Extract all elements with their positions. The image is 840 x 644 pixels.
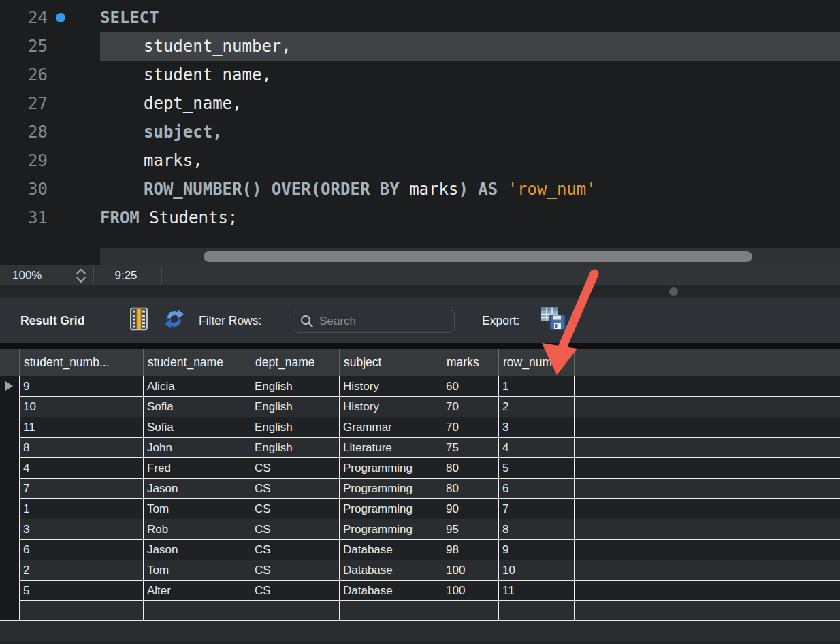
cell[interactable]: 6 (19, 539, 143, 560)
cell[interactable]: Literature (339, 437, 442, 457)
row-gutter[interactable] (0, 519, 19, 539)
cell[interactable] (339, 600, 442, 621)
row-gutter[interactable] (0, 437, 19, 457)
column-header-student-numb-[interactable]: student_numb... (19, 349, 143, 376)
cell[interactable]: 80 (442, 457, 498, 478)
table-row[interactable]: 4FredCSProgramming805 (0, 457, 840, 478)
row-gutter[interactable] (0, 539, 19, 560)
row-gutter[interactable] (0, 396, 19, 417)
code-line[interactable]: 31FROM Students; (0, 204, 840, 232)
filter-search-box[interactable] (293, 310, 455, 333)
cell[interactable]: 2 (19, 560, 143, 580)
cell[interactable]: CS (251, 560, 339, 580)
cell[interactable]: 9 (498, 539, 574, 560)
cell[interactable]: 100 (442, 560, 498, 580)
cell[interactable]: 7 (498, 498, 574, 519)
table-row[interactable]: 9AliciaEnglishHistory601 (0, 376, 840, 396)
cell[interactable] (251, 600, 339, 621)
cell[interactable]: English (251, 396, 339, 417)
cell[interactable]: CS (251, 457, 339, 478)
table-row[interactable]: 11SofiaEnglishGrammar703 (0, 417, 840, 437)
cell[interactable]: CS (251, 478, 339, 498)
cell[interactable]: 11 (19, 417, 143, 437)
cell[interactable]: English (251, 437, 339, 457)
cell[interactable]: 5 (498, 457, 574, 478)
code-line[interactable]: 26student_name, (0, 61, 840, 89)
cell[interactable]: Jason (143, 478, 251, 498)
code-line[interactable]: 27dept_name, (0, 89, 840, 118)
cell[interactable]: 98 (442, 539, 498, 560)
table-row[interactable]: 1TomCSProgramming907 (0, 498, 840, 519)
cell[interactable]: 8 (19, 437, 143, 457)
cell[interactable]: Database (339, 580, 442, 600)
cell[interactable]: Tom (143, 560, 251, 580)
row-gutter[interactable] (0, 560, 19, 580)
cell[interactable]: 10 (19, 396, 143, 417)
cell[interactable]: 100 (442, 580, 498, 600)
cell[interactable]: CS (251, 539, 339, 560)
cell[interactable]: Rob (143, 519, 251, 539)
cell[interactable]: Programming (339, 457, 442, 478)
splitter-handle-icon[interactable] (669, 287, 678, 296)
cell[interactable]: 11 (498, 580, 574, 600)
cell[interactable]: Database (339, 539, 442, 560)
cell[interactable]: History (339, 376, 442, 396)
cell[interactable]: Fred (143, 457, 251, 478)
table-row[interactable]: 8JohnEnglishLiterature754 (0, 437, 840, 457)
row-gutter[interactable] (0, 457, 19, 478)
row-gutter[interactable] (0, 580, 19, 600)
cell[interactable]: 60 (442, 376, 498, 396)
result-grid-view-button[interactable] (130, 308, 148, 334)
cell[interactable]: 5 (19, 580, 143, 600)
cell[interactable] (19, 600, 143, 621)
cell[interactable]: English (251, 417, 339, 437)
row-gutter[interactable] (0, 478, 19, 498)
table-row[interactable]: 6JasonCSDatabase989 (0, 539, 840, 560)
code-line[interactable]: 24SELECT (0, 3, 840, 32)
cell[interactable]: 90 (442, 498, 498, 519)
cell[interactable]: 4 (498, 437, 574, 457)
hscrollbar-thumb[interactable] (204, 251, 752, 262)
refresh-button[interactable] (164, 309, 184, 333)
cell[interactable]: 1 (498, 376, 574, 396)
cell[interactable]: John (143, 437, 251, 457)
panel-splitter[interactable] (0, 285, 840, 298)
search-input[interactable] (319, 315, 442, 328)
cell[interactable]: CS (251, 519, 339, 539)
code-line[interactable]: 28subject, (0, 118, 840, 146)
cell[interactable]: 8 (498, 519, 574, 539)
cell[interactable]: English (251, 376, 339, 396)
column-header-dept-name[interactable]: dept_name (251, 349, 339, 376)
cell[interactable]: History (339, 396, 442, 417)
cell[interactable] (442, 600, 498, 621)
cell[interactable]: 6 (498, 478, 574, 498)
cell[interactable]: 80 (442, 478, 498, 498)
row-gutter[interactable] (0, 417, 19, 437)
sql-editor[interactable]: 24SELECT25student_number,26student_name,… (0, 0, 840, 248)
hscrollbar-track[interactable] (100, 248, 840, 265)
column-header-row-num[interactable]: row_num (498, 349, 574, 376)
cell[interactable]: Tom (143, 498, 251, 519)
table-row[interactable]: 10SofiaEnglishHistory702 (0, 396, 840, 417)
zoom-stepper[interactable] (75, 268, 87, 287)
row-gutter[interactable] (0, 498, 19, 519)
cell[interactable]: 70 (442, 396, 498, 417)
code-line[interactable]: 29marks, (0, 146, 840, 175)
cell[interactable]: 95 (442, 519, 498, 539)
cell[interactable]: Sofia (143, 417, 251, 437)
statement-marker-dot-icon[interactable] (56, 13, 65, 22)
cell[interactable]: Programming (339, 498, 442, 519)
code-line[interactable]: 30ROW_NUMBER() OVER(ORDER BY marks) AS '… (0, 175, 840, 204)
cell[interactable]: 4 (19, 457, 143, 478)
cell[interactable]: Sofia (143, 396, 251, 417)
code-line[interactable]: 25student_number, (0, 32, 840, 61)
cell[interactable]: 70 (442, 417, 498, 437)
cell[interactable]: Grammar (339, 417, 442, 437)
cell[interactable]: 3 (498, 417, 574, 437)
cell[interactable]: CS (251, 498, 339, 519)
column-header-marks[interactable]: marks (442, 349, 498, 376)
cell[interactable]: Database (339, 560, 442, 580)
cell[interactable]: 9 (19, 376, 143, 396)
cell[interactable]: 75 (442, 437, 498, 457)
cell[interactable]: CS (251, 580, 339, 600)
